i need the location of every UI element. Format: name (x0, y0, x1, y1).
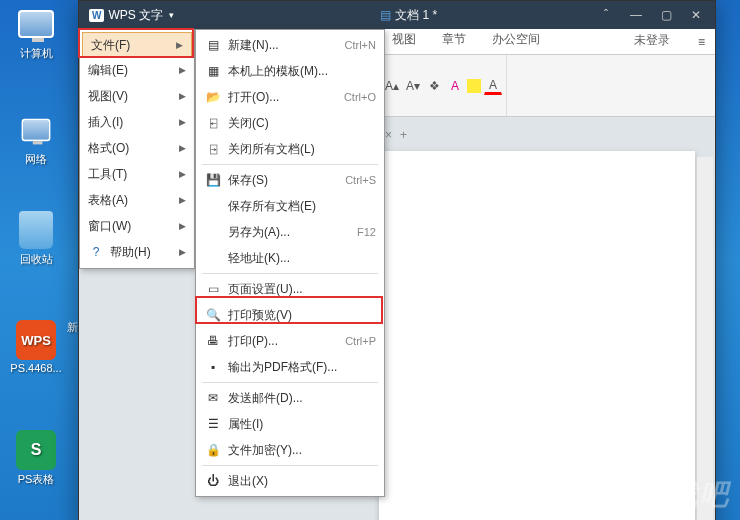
login-status[interactable]: 未登录 (616, 27, 688, 54)
close-icon: ⍇ (204, 115, 222, 131)
document-page[interactable] (379, 151, 695, 520)
chevron-right-icon: ▶ (179, 195, 186, 205)
tab-chapter[interactable]: 章节 (429, 25, 479, 54)
submenu-item-props[interactable]: ☰属性(I) (196, 411, 384, 437)
app-menu-button[interactable]: W WPS 文字 ▾ (83, 7, 180, 24)
font-grow-icon[interactable]: A▴ (383, 77, 401, 95)
desktop-icon-network[interactable]: 网络 (6, 110, 66, 167)
open-icon: 📂 (204, 89, 222, 105)
print-icon: 🖶 (204, 333, 222, 349)
template-icon: ▦ (204, 63, 222, 79)
maximize-button[interactable]: ▢ (651, 1, 681, 29)
submenu-item-save[interactable]: 💾保存(S)Ctrl+S (196, 167, 384, 193)
chevron-right-icon: ▶ (179, 247, 186, 257)
submenu-item-new[interactable]: ▤新建(N)...Ctrl+N (196, 32, 384, 58)
shortcut-label: Ctrl+P (345, 335, 376, 347)
menu-item-8[interactable]: ?帮助(H)▶ (80, 239, 194, 265)
chevron-right-icon: ▶ (179, 91, 186, 101)
submenu-item-exit[interactable]: ⏻退出(X) (196, 468, 384, 494)
menu-item-6[interactable]: 表格(A)▶ (80, 187, 194, 213)
chevron-down-icon: ▾ (169, 10, 174, 20)
wps-logo-icon: W (89, 9, 104, 22)
blank-icon (204, 250, 222, 266)
submenu-item-9[interactable]: 轻地址(K)... (196, 245, 384, 271)
watermark: 下载吧 (640, 476, 730, 514)
ribbon-collapse-button[interactable]: ˆ (591, 1, 621, 29)
chevron-right-icon: ▶ (179, 221, 186, 231)
doc-tab-close-icon[interactable]: × (385, 128, 392, 142)
app-name: WPS 文字 (108, 7, 163, 24)
desktop-icon-wpssheet[interactable]: SPS表格 (6, 430, 66, 487)
submenu-label: 文件加密(Y)... (228, 442, 376, 459)
submenu-label: 输出为PDF格式(F)... (228, 359, 376, 376)
save-icon: 💾 (204, 172, 222, 188)
submenu-label: 保存所有文档(E) (228, 198, 376, 215)
shortcut-label: Ctrl+N (345, 39, 376, 51)
tab-view[interactable]: 视图 (379, 25, 429, 54)
minimize-button[interactable]: — (621, 1, 651, 29)
vertical-scrollbar[interactable] (697, 157, 713, 520)
menu-icon[interactable]: ≡ (688, 30, 715, 54)
close-button[interactable]: ✕ (681, 1, 711, 29)
menu-item-4[interactable]: 格式(O)▶ (80, 135, 194, 161)
style-btn[interactable]: A (446, 77, 464, 95)
desktop-icon-recycle[interactable]: 回收站 (6, 210, 66, 267)
style-icon[interactable]: ❖ (425, 77, 443, 95)
submenu-label: 页面设置(U)... (228, 281, 376, 298)
wps-window: W WPS 文字 ▾ ▤ 文档 1 * ˆ — ▢ ✕ 视图 章节 办公空间 未… (78, 0, 716, 520)
menu-item-7[interactable]: 窗口(W)▶ (80, 213, 194, 239)
submenu-label: 打印(P)... (228, 333, 345, 350)
shortcut-label: Ctrl+O (344, 91, 376, 103)
submenu-item-close[interactable]: ⍇关闭(C) (196, 110, 384, 136)
desktop-icon-computer[interactable]: 计算机 (6, 4, 66, 61)
submenu-item-encrypt[interactable]: 🔒文件加密(Y)... (196, 437, 384, 463)
submenu-item-closeall[interactable]: ⍈关闭所有文档(L) (196, 136, 384, 162)
main-menu: 文件(F)▶编辑(E)▶视图(V)▶插入(I)▶格式(O)▶工具(T)▶表格(A… (79, 29, 195, 269)
new-icon: ▤ (204, 37, 222, 53)
pdf-icon: ▪ (204, 359, 222, 375)
submenu-item-pdf[interactable]: ▪输出为PDF格式(F)... (196, 354, 384, 380)
mail-icon: ✉ (204, 390, 222, 406)
word-doc-icon: ▤ (380, 8, 391, 22)
blank-icon (204, 198, 222, 214)
exit-icon: ⏻ (204, 473, 222, 489)
document-title: ▤ 文档 1 * (380, 7, 437, 24)
chevron-right-icon: ▶ (179, 169, 186, 179)
submenu-item-7[interactable]: 保存所有文档(E) (196, 193, 384, 219)
closeall-icon: ⍈ (204, 141, 222, 157)
menu-item-3[interactable]: 插入(I)▶ (80, 109, 194, 135)
desktop-icon-wps[interactable]: WPSPS.4468... (6, 320, 66, 374)
shortcut-label: F12 (357, 226, 376, 238)
tab-office[interactable]: 办公空间 (479, 25, 553, 54)
file-submenu: ▤新建(N)...Ctrl+N▦本机上的模板(M)...📂打开(O)...Ctr… (195, 29, 385, 497)
submenu-label: 轻地址(K)... (228, 250, 376, 267)
submenu-label: 新建(N)... (228, 37, 345, 54)
menu-item-1[interactable]: 编辑(E)▶ (80, 57, 194, 83)
submenu-item-print[interactable]: 🖶打印(P)...Ctrl+P (196, 328, 384, 354)
preview-icon: 🔍 (204, 307, 222, 323)
submenu-item-mail[interactable]: ✉发送邮件(D)... (196, 385, 384, 411)
submenu-item-pagesetup[interactable]: ▭页面设置(U)... (196, 276, 384, 302)
blank-icon (204, 224, 222, 240)
submenu-label: 关闭(C) (228, 115, 376, 132)
submenu-item-open[interactable]: 📂打开(O)...Ctrl+O (196, 84, 384, 110)
submenu-item-preview[interactable]: 🔍打印预览(V) (196, 302, 384, 328)
encrypt-icon: 🔒 (204, 442, 222, 458)
doc-tab-add-icon[interactable]: + (400, 128, 407, 142)
submenu-label: 打印预览(V) (228, 307, 376, 324)
fontcolor-icon[interactable]: A (484, 77, 502, 95)
font-shrink-icon[interactable]: A▾ (404, 77, 422, 95)
menu-item-2[interactable]: 视图(V)▶ (80, 83, 194, 109)
menu-item-0[interactable]: 文件(F)▶ (82, 32, 192, 58)
menu-item-5[interactable]: 工具(T)▶ (80, 161, 194, 187)
pagesetup-icon: ▭ (204, 281, 222, 297)
chevron-right-icon: ▶ (179, 143, 186, 153)
submenu-item-template[interactable]: ▦本机上的模板(M)... (196, 58, 384, 84)
submenu-label: 退出(X) (228, 473, 376, 490)
props-icon: ☰ (204, 416, 222, 432)
help-icon: ? (88, 244, 104, 260)
chevron-right-icon: ▶ (176, 40, 183, 50)
chevron-right-icon: ▶ (179, 117, 186, 127)
submenu-item-8[interactable]: 另存为(A)...F12 (196, 219, 384, 245)
highlight-icon[interactable] (467, 79, 481, 93)
